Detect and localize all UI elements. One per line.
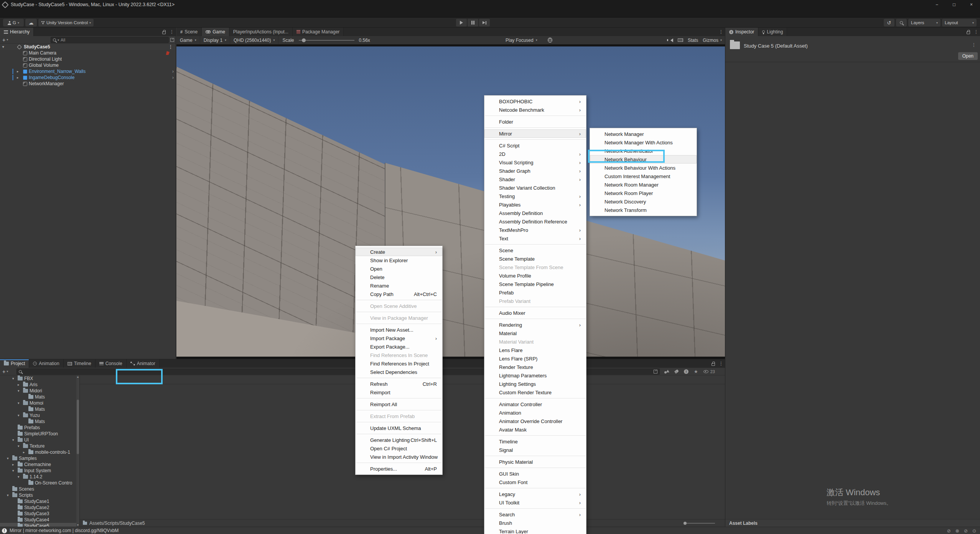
mirror-menu-item[interactable]: Network Transform bbox=[590, 206, 697, 214]
create-menu-item[interactable]: Folder bbox=[484, 117, 586, 126]
create-menu-item[interactable]: Scene Template Pipeline bbox=[484, 280, 586, 288]
bottom-tab[interactable]: Project bbox=[0, 359, 29, 368]
create-menu-item[interactable]: Scene bbox=[484, 246, 586, 255]
create-menu-item[interactable]: Animator Override Controller bbox=[484, 417, 586, 425]
maximize-button[interactable]: □ bbox=[945, 0, 963, 9]
notifications-muted-icon[interactable]: ⊘ bbox=[947, 528, 951, 534]
context-menu-item[interactable]: Rename bbox=[356, 281, 442, 290]
create-menu-item[interactable]: Shader Graph › bbox=[484, 167, 586, 175]
create-menu-item[interactable]: Terrain Layer bbox=[484, 527, 586, 534]
create-menu-item[interactable]: Render Texture bbox=[484, 363, 586, 371]
folder-row[interactable]: Mats bbox=[0, 406, 76, 412]
expander-icon[interactable] bbox=[18, 475, 23, 479]
menu-bar-item[interactable] bbox=[39, 9, 47, 17]
debug-icon[interactable] bbox=[548, 38, 552, 43]
context-menu-item[interactable]: Refresh Ctrl+R bbox=[356, 380, 442, 388]
layers-dropdown[interactable]: Layers ▾ bbox=[908, 19, 940, 26]
expander-icon[interactable] bbox=[12, 438, 18, 442]
play-focused-dropdown[interactable]: Play Focused ▾ bbox=[506, 38, 537, 43]
expander-icon[interactable] bbox=[18, 383, 23, 387]
create-menu-item[interactable]: Prefab Variant bbox=[484, 297, 586, 305]
asset-labels-bar[interactable]: Asset Labels bbox=[725, 519, 980, 527]
context-menu-item[interactable]: Reimport bbox=[356, 388, 442, 397]
mirror-menu-item[interactable]: Custom Interest Management bbox=[590, 172, 697, 180]
lock-icon[interactable] bbox=[967, 31, 970, 34]
version-control-button[interactable]: Unity Version Control ▾ bbox=[38, 19, 94, 26]
kebab-icon[interactable]: ⋮ bbox=[168, 44, 173, 50]
folder-row[interactable]: 1.14.2 bbox=[0, 474, 76, 480]
folder-row[interactable]: Momoi bbox=[0, 400, 76, 406]
step-button[interactable] bbox=[479, 19, 490, 26]
context-menu-item[interactable]: Import New Asset... bbox=[356, 326, 442, 334]
expander-icon[interactable] bbox=[18, 389, 23, 393]
folder-row[interactable]: On-Screen Contro bbox=[0, 480, 76, 486]
create-menu-item[interactable]: GUI Skin bbox=[484, 470, 586, 478]
create-menu-item[interactable]: BOXOPHOBIC › bbox=[484, 97, 586, 106]
kebab-icon[interactable]: ⋮ bbox=[170, 29, 174, 35]
context-menu-item[interactable]: Find References In Project bbox=[356, 359, 442, 368]
expander-icon[interactable] bbox=[12, 377, 18, 380]
create-menu-item[interactable]: Scene Template bbox=[484, 255, 586, 263]
context-menu-item[interactable]: Open C# Project bbox=[356, 444, 442, 453]
hierarchy-row[interactable]: Main Camera bbox=[0, 50, 176, 56]
expander-icon[interactable] bbox=[7, 493, 12, 497]
display-dropdown[interactable]: Display 1 ▾ bbox=[200, 36, 230, 45]
folder-row[interactable]: Samples bbox=[0, 455, 76, 461]
folder-row[interactable]: SimpleURPToon bbox=[0, 431, 76, 437]
minimize-button[interactable]: − bbox=[928, 0, 945, 9]
create-menu-item[interactable]: Search › bbox=[484, 510, 586, 519]
expander-icon[interactable] bbox=[12, 469, 18, 473]
scale-slider[interactable] bbox=[299, 40, 354, 41]
menu-bar-item[interactable] bbox=[24, 9, 31, 17]
menu-bar-item[interactable] bbox=[8, 9, 16, 17]
create-menu-item[interactable]: Prefab bbox=[484, 288, 586, 297]
filter-by-label-icon[interactable] bbox=[674, 369, 679, 374]
mirror-menu-item[interactable]: Network Manager With Actions bbox=[590, 138, 697, 147]
create-asset-button[interactable]: + ▾ bbox=[0, 369, 10, 374]
expander-icon[interactable] bbox=[17, 76, 23, 79]
layout-dropdown[interactable]: Layout ▾ bbox=[942, 19, 977, 26]
view-tab[interactable]: Game bbox=[202, 28, 229, 36]
kebab-icon[interactable]: ⋮ bbox=[974, 29, 978, 35]
create-menu-item[interactable]: Rendering › bbox=[484, 321, 586, 329]
resolution-dropdown[interactable]: QHD (2560x1440) ▾ bbox=[230, 36, 278, 45]
menu-bar-item[interactable] bbox=[62, 9, 70, 17]
search-button[interactable] bbox=[896, 19, 907, 26]
expander-icon[interactable] bbox=[23, 450, 28, 454]
tab-hierarchy[interactable]: Hierarchy bbox=[0, 28, 34, 36]
hierarchy-row[interactable]: Directional Light bbox=[0, 56, 176, 62]
lock-icon[interactable] bbox=[162, 31, 166, 34]
prefab-open-chevron-icon[interactable]: › bbox=[172, 75, 174, 80]
bottom-tab[interactable]: Animator bbox=[127, 359, 160, 368]
create-menu-item[interactable]: Material Variant bbox=[484, 337, 586, 346]
thumbnail-size-slider[interactable] bbox=[684, 523, 715, 524]
create-menu-item[interactable]: Scene Template From Scene bbox=[484, 263, 586, 271]
context-menu-item[interactable]: Delete bbox=[356, 273, 442, 281]
context-menu-item[interactable]: Extract From Prefab bbox=[356, 412, 442, 420]
mirror-menu-item[interactable]: Network Behaviour With Actions bbox=[590, 164, 697, 172]
context-menu-item[interactable]: Generate Lighting Ctrl+Shift+L bbox=[356, 436, 442, 444]
context-menu-item[interactable]: View in Package Manager bbox=[356, 314, 442, 322]
pause-button[interactable] bbox=[468, 19, 478, 26]
close-button[interactable]: × bbox=[963, 0, 980, 9]
menu-bar-item[interactable] bbox=[54, 9, 62, 17]
context-menu-item[interactable]: Select Dependencies bbox=[356, 368, 442, 376]
kebab-icon[interactable]: ⋮ bbox=[972, 42, 976, 48]
filter-by-type-icon[interactable] bbox=[664, 370, 669, 374]
menu-bar-item[interactable] bbox=[16, 9, 24, 17]
inspector-tab[interactable]: Lighting bbox=[758, 28, 787, 36]
view-tab[interactable]: # Scene bbox=[176, 28, 202, 36]
create-menu-item[interactable]: Animator Controller bbox=[484, 400, 586, 408]
folder-row[interactable]: StudyCase4 bbox=[0, 517, 76, 523]
context-menu-item[interactable]: Import Package › bbox=[356, 334, 442, 342]
create-menu-item[interactable]: Audio Mixer bbox=[484, 309, 586, 317]
create-menu-item[interactable]: Visual Scripting › bbox=[484, 158, 586, 167]
scroll-up-icon[interactable]: ▲ bbox=[76, 375, 79, 378]
create-menu-item[interactable]: Testing › bbox=[484, 192, 586, 200]
folder-row[interactable]: Yuzu bbox=[0, 412, 76, 418]
tree-scrollbar[interactable]: ▲ ▼ bbox=[76, 375, 79, 527]
folder-row[interactable]: mobile-controls-1 bbox=[0, 449, 76, 455]
folder-row[interactable]: StudyCase3 bbox=[0, 511, 76, 517]
add-object-button[interactable]: + ▾ bbox=[0, 37, 10, 43]
create-menu-item[interactable]: 2D › bbox=[484, 150, 586, 158]
